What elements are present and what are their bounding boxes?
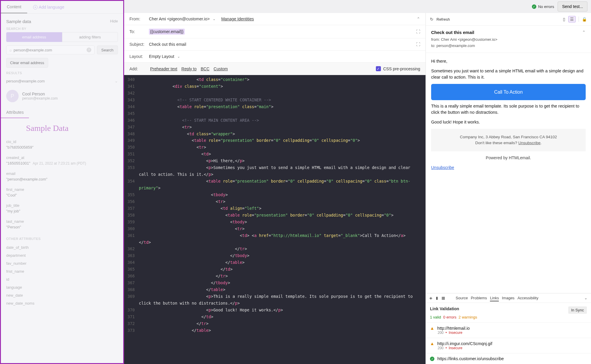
preview-body: Hi there, Sometimes you just want to sen… bbox=[426, 53, 591, 293]
chevron-down-icon[interactable]: ⌄ bbox=[584, 296, 587, 300]
code-line[interactable]: 372 </tr> bbox=[124, 320, 426, 327]
cta-button[interactable]: Call To Action bbox=[431, 84, 586, 100]
code-line[interactable]: 360 <tr> bbox=[124, 225, 426, 232]
code-line[interactable]: 357 <td align="left"> bbox=[124, 205, 426, 212]
css-preprocessing-toggle[interactable]: ✓ CSS pre-processing bbox=[376, 66, 420, 71]
code-line[interactable]: 373 </table> bbox=[124, 327, 426, 334]
link-meta: 200 • Insecure bbox=[430, 331, 587, 335]
tab-add-language[interactable]: + Add language bbox=[27, 1, 70, 13]
add-reply-to[interactable]: Reply to bbox=[181, 66, 197, 71]
sample-data-panel: Content + Add language Sample data Hide … bbox=[0, 0, 124, 364]
settings-icon[interactable]: ☰ bbox=[568, 16, 576, 22]
result-row[interactable]: person@example.com ⌄ bbox=[1, 77, 123, 86]
chevron-down-icon[interactable]: ⌄ bbox=[213, 17, 215, 21]
code-line[interactable]: 349 <table role="presentation" border="0… bbox=[124, 137, 426, 144]
search-input[interactable] bbox=[14, 48, 85, 52]
mobile-icon[interactable]: ▮ bbox=[436, 296, 438, 300]
from-label: From: bbox=[129, 17, 146, 21]
code-line[interactable]: 345 bbox=[124, 110, 426, 117]
inspector-tab-accessibility[interactable]: Accessibility bbox=[517, 295, 538, 301]
search-input-wrap[interactable]: ⌕ ? bbox=[6, 46, 95, 54]
code-line[interactable]: 365 </td> bbox=[124, 266, 426, 273]
inspector-tab-source[interactable]: Source bbox=[456, 295, 468, 301]
code-line[interactable]: 348 <td class="wrapper"> bbox=[124, 131, 426, 137]
tab-attributes[interactable]: Attributes bbox=[1, 106, 29, 118]
refresh-label[interactable]: Refresh bbox=[436, 17, 450, 22]
send-test-button[interactable]: Send test... bbox=[558, 1, 587, 12]
code-line[interactable]: 359 <tbody> bbox=[124, 219, 426, 225]
code-line[interactable]: 346 <!-- START MAIN CONTENT AREA --> bbox=[124, 117, 426, 124]
code-line[interactable]: 341 <div class="content"> bbox=[124, 83, 426, 90]
clear-email-button[interactable]: Clear email address bbox=[6, 58, 48, 68]
header-layout[interactable]: Layout: Empty Layout ⌄ bbox=[124, 51, 426, 63]
inspector-tab-problems[interactable]: Problems bbox=[471, 295, 487, 301]
link-item[interactable]: ✓https://links.customer.io/unsubscribe bbox=[426, 353, 591, 364]
expand-icon[interactable]: ⛶ bbox=[416, 42, 420, 47]
expand-icon[interactable]: ⛶ bbox=[416, 29, 420, 34]
add-custom[interactable]: Custom bbox=[214, 66, 228, 71]
unsubscribe-link[interactable]: Unsubscribe bbox=[431, 164, 454, 170]
devices-icon[interactable]: ▯ bbox=[563, 17, 565, 22]
code-line[interactable]: 367 </tbody> bbox=[124, 280, 426, 286]
code-line[interactable]: 344 <table role="presentation" class="ma… bbox=[124, 103, 426, 110]
add-preheader[interactable]: Preheader text bbox=[150, 66, 177, 71]
layout-value: Empty Layout bbox=[149, 54, 174, 59]
hide-link[interactable]: Hide bbox=[110, 19, 118, 24]
code-line[interactable]: 366 </tr> bbox=[124, 273, 426, 280]
code-line[interactable]: 363 </tbody> bbox=[124, 252, 426, 259]
collapse-icon[interactable]: ⌃ bbox=[417, 17, 420, 21]
pill-adding-filters[interactable]: adding filters bbox=[62, 32, 118, 42]
other-attr-key: department bbox=[6, 250, 118, 258]
target-icon[interactable]: ◈ bbox=[429, 296, 432, 300]
no-errors-status: ✓ No errors bbox=[532, 4, 554, 9]
link-url: https://links.customer.io/unsubscribe bbox=[437, 356, 504, 361]
header-to[interactable]: To: {{customer.email}} ⛶ bbox=[124, 25, 426, 38]
inspector-tab-images[interactable]: Images bbox=[502, 295, 514, 301]
code-line[interactable]: 353 <p>Sometimes you just want to send a… bbox=[124, 164, 426, 178]
lock-icon[interactable]: 🔒 bbox=[582, 17, 587, 22]
person-card[interactable]: P Cool Person person@example.com bbox=[1, 86, 123, 106]
code-line[interactable]: 355 <tbody> bbox=[124, 191, 426, 198]
chevron-down-icon[interactable]: ⌄ bbox=[177, 55, 180, 58]
code-line[interactable]: 370 <p>Good luck! Hope it works.</p> bbox=[124, 307, 426, 313]
attr-value: "Cool" bbox=[6, 192, 118, 200]
code-line[interactable]: 340 <td class="container"> bbox=[124, 76, 426, 83]
plus-icon: + bbox=[33, 5, 38, 9]
code-line[interactable]: 354 <table role="presentation" border="0… bbox=[124, 178, 426, 191]
code-line[interactable]: 342 bbox=[124, 90, 426, 97]
footer-unsubscribe-link[interactable]: Unsubscribe bbox=[518, 141, 540, 145]
code-line[interactable]: 369 <p>This is a really simple email tem… bbox=[124, 293, 426, 307]
pill-email-address[interactable]: email address bbox=[6, 32, 62, 42]
refresh-icon[interactable]: ↻ bbox=[430, 17, 433, 22]
code-line[interactable]: 351 <td> bbox=[124, 151, 426, 157]
code-line[interactable]: 352 <p>Hi there,</p> bbox=[124, 157, 426, 164]
warning-icon: ▲ bbox=[430, 326, 434, 331]
code-line[interactable]: 350 <tr> bbox=[124, 144, 426, 151]
code-line[interactable]: 368 </table> bbox=[124, 286, 426, 293]
code-line[interactable]: 362 </tr> bbox=[124, 246, 426, 252]
inspector: ◈ ▮ ▦ SourceProblemsLinksImagesAccessibi… bbox=[426, 293, 591, 364]
inspector-tab-links[interactable]: Links bbox=[490, 295, 499, 301]
code-line[interactable]: 361 <td> <a href="http://htmlemail.io" t… bbox=[124, 232, 426, 246]
code-line[interactable]: 371 </td> bbox=[124, 313, 426, 320]
search-button[interactable]: Search bbox=[97, 46, 118, 54]
grid-icon[interactable]: ▦ bbox=[441, 296, 445, 300]
header-from[interactable]: From: Cher Ami <pigeon@customer.io> ⌄ Ma… bbox=[124, 13, 426, 25]
code-line[interactable]: 356 <tr> bbox=[124, 198, 426, 205]
header-subject[interactable]: Subject: Check out this email ⛶ bbox=[124, 38, 426, 51]
code-line[interactable]: 347 <tr> bbox=[124, 124, 426, 131]
tab-content[interactable]: Content bbox=[1, 1, 27, 13]
add-bcc[interactable]: BCC bbox=[201, 66, 210, 71]
link-item[interactable]: ▲http://i.imgur.com/CScmqnj.gif200 • Ins… bbox=[426, 338, 591, 353]
link-item[interactable]: ▲http://htmlemail.io200 • Insecure bbox=[426, 322, 591, 338]
manage-identities-link[interactable]: Manage Identities bbox=[221, 17, 254, 21]
code-line[interactable]: 358 <table role="presentation" border="0… bbox=[124, 212, 426, 219]
collapse-icon[interactable]: ⌃ bbox=[582, 30, 586, 35]
code-line[interactable]: 364 </table> bbox=[124, 259, 426, 266]
attr-value: "b7fd05005859" bbox=[6, 144, 118, 152]
person-name: Cool Person bbox=[22, 92, 58, 96]
code-line[interactable]: 343 <!-- START CENTERED WHITE CONTAINER … bbox=[124, 97, 426, 103]
code-editor[interactable]: 340 <td class="container">341 <div class… bbox=[124, 75, 426, 364]
preview-header: Check out this email from: Cher Ami <pig… bbox=[426, 26, 591, 53]
help-icon[interactable]: ? bbox=[87, 48, 91, 52]
